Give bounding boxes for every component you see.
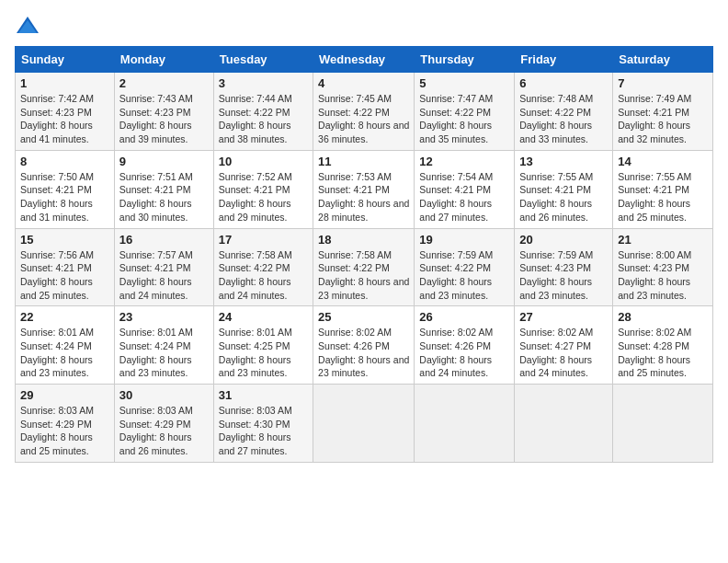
calendar-cell: 31 Sunrise: 8:03 AM Sunset: 4:30 PM Dayl… [213, 385, 313, 463]
calendar-cell: 23 Sunrise: 8:01 AM Sunset: 4:24 PM Dayl… [114, 306, 213, 385]
weekday-header-tuesday: Tuesday [213, 47, 313, 73]
calendar-table: SundayMondayTuesdayWednesdayThursdayFrid… [15, 46, 713, 463]
day-number: 16 [119, 233, 209, 247]
day-info: Sunrise: 7:58 AM Sunset: 4:22 PM Dayligh… [318, 248, 409, 303]
weekday-header-saturday: Saturday [613, 47, 713, 73]
calendar-cell: 28 Sunrise: 8:02 AM Sunset: 4:28 PM Dayl… [613, 306, 713, 385]
calendar-cell: 16 Sunrise: 7:57 AM Sunset: 4:21 PM Dayl… [114, 228, 213, 306]
day-number: 31 [219, 388, 308, 402]
calendar-cell: 14 Sunrise: 7:55 AM Sunset: 4:21 PM Dayl… [613, 150, 713, 228]
day-number: 23 [119, 310, 209, 324]
weekday-header-row: SundayMondayTuesdayWednesdayThursdayFrid… [16, 47, 713, 73]
day-info: Sunrise: 8:02 AM Sunset: 4:26 PM Dayligh… [318, 326, 409, 380]
calendar-cell [415, 385, 515, 463]
day-info: Sunrise: 7:45 AM Sunset: 4:22 PM Dayligh… [318, 92, 409, 146]
day-number: 17 [219, 233, 308, 247]
calendar-cell: 9 Sunrise: 7:51 AM Sunset: 4:21 PM Dayli… [114, 150, 213, 228]
day-number: 19 [419, 233, 509, 247]
day-number: 14 [618, 155, 708, 168]
day-number: 10 [219, 155, 308, 168]
calendar-cell: 24 Sunrise: 8:01 AM Sunset: 4:25 PM Dayl… [213, 306, 313, 385]
day-info: Sunrise: 8:01 AM Sunset: 4:24 PM Dayligh… [119, 326, 209, 380]
calendar-cell: 17 Sunrise: 7:58 AM Sunset: 4:22 PM Dayl… [213, 228, 313, 306]
calendar-cell: 6 Sunrise: 7:48 AM Sunset: 4:22 PM Dayli… [515, 73, 613, 151]
day-info: Sunrise: 8:01 AM Sunset: 4:25 PM Dayligh… [219, 326, 308, 380]
calendar-cell: 21 Sunrise: 8:00 AM Sunset: 4:23 PM Dayl… [613, 228, 713, 306]
week-row-1: 1 Sunrise: 7:42 AM Sunset: 4:23 PM Dayli… [16, 73, 713, 151]
calendar-cell: 1 Sunrise: 7:42 AM Sunset: 4:23 PM Dayli… [16, 73, 115, 151]
day-number: 20 [519, 233, 608, 247]
calendar-cell: 11 Sunrise: 7:53 AM Sunset: 4:21 PM Dayl… [313, 150, 415, 228]
day-info: Sunrise: 7:51 AM Sunset: 4:21 PM Dayligh… [119, 170, 209, 224]
day-info: Sunrise: 7:44 AM Sunset: 4:22 PM Dayligh… [219, 92, 308, 146]
day-number: 9 [119, 155, 209, 168]
logo-icon [15, 15, 40, 37]
calendar-cell: 22 Sunrise: 8:01 AM Sunset: 4:24 PM Dayl… [16, 306, 115, 385]
calendar-cell [515, 385, 613, 463]
logo [15, 15, 44, 37]
day-info: Sunrise: 8:03 AM Sunset: 4:29 PM Dayligh… [20, 404, 109, 458]
calendar-cell [313, 385, 415, 463]
day-number: 21 [618, 233, 708, 247]
day-info: Sunrise: 7:58 AM Sunset: 4:22 PM Dayligh… [219, 248, 308, 303]
day-number: 12 [419, 155, 509, 168]
day-number: 4 [318, 76, 409, 90]
calendar-cell: 25 Sunrise: 8:02 AM Sunset: 4:26 PM Dayl… [313, 306, 415, 385]
calendar-cell: 26 Sunrise: 8:02 AM Sunset: 4:26 PM Dayl… [415, 306, 515, 385]
day-info: Sunrise: 7:47 AM Sunset: 4:22 PM Dayligh… [419, 92, 509, 146]
day-number: 15 [20, 233, 109, 247]
page-header [15, 15, 713, 37]
day-info: Sunrise: 8:03 AM Sunset: 4:29 PM Dayligh… [119, 404, 209, 458]
day-number: 18 [318, 233, 409, 247]
weekday-header-friday: Friday [515, 47, 613, 73]
day-info: Sunrise: 8:02 AM Sunset: 4:26 PM Dayligh… [419, 326, 509, 380]
day-info: Sunrise: 7:50 AM Sunset: 4:21 PM Dayligh… [20, 170, 109, 224]
day-number: 29 [20, 388, 109, 402]
calendar-cell: 27 Sunrise: 8:02 AM Sunset: 4:27 PM Dayl… [515, 306, 613, 385]
day-info: Sunrise: 8:02 AM Sunset: 4:28 PM Dayligh… [618, 326, 708, 380]
day-info: Sunrise: 7:53 AM Sunset: 4:21 PM Dayligh… [318, 170, 409, 224]
day-info: Sunrise: 8:00 AM Sunset: 4:23 PM Dayligh… [618, 248, 708, 303]
weekday-header-wednesday: Wednesday [313, 47, 415, 73]
day-info: Sunrise: 7:59 AM Sunset: 4:22 PM Dayligh… [419, 248, 509, 303]
day-number: 25 [318, 310, 409, 324]
day-number: 6 [519, 76, 608, 90]
day-info: Sunrise: 7:56 AM Sunset: 4:21 PM Dayligh… [20, 248, 109, 303]
day-info: Sunrise: 7:55 AM Sunset: 4:21 PM Dayligh… [519, 170, 608, 224]
day-number: 27 [519, 310, 608, 324]
day-info: Sunrise: 8:01 AM Sunset: 4:24 PM Dayligh… [20, 326, 109, 380]
day-number: 1 [20, 76, 109, 90]
day-number: 22 [20, 310, 109, 324]
calendar-cell: 3 Sunrise: 7:44 AM Sunset: 4:22 PM Dayli… [213, 73, 313, 151]
day-info: Sunrise: 8:02 AM Sunset: 4:27 PM Dayligh… [519, 326, 608, 380]
day-number: 3 [219, 76, 308, 90]
day-number: 26 [419, 310, 509, 324]
calendar-cell: 30 Sunrise: 8:03 AM Sunset: 4:29 PM Dayl… [114, 385, 213, 463]
calendar-cell: 8 Sunrise: 7:50 AM Sunset: 4:21 PM Dayli… [16, 150, 115, 228]
day-number: 24 [219, 310, 308, 324]
day-info: Sunrise: 7:59 AM Sunset: 4:23 PM Dayligh… [519, 248, 608, 303]
calendar-cell: 10 Sunrise: 7:52 AM Sunset: 4:21 PM Dayl… [213, 150, 313, 228]
weekday-header-sunday: Sunday [16, 47, 115, 73]
weekday-header-thursday: Thursday [415, 47, 515, 73]
day-number: 28 [618, 310, 708, 324]
calendar-cell: 2 Sunrise: 7:43 AM Sunset: 4:23 PM Dayli… [114, 73, 213, 151]
week-row-3: 15 Sunrise: 7:56 AM Sunset: 4:21 PM Dayl… [16, 228, 713, 306]
day-number: 2 [119, 76, 209, 90]
week-row-4: 22 Sunrise: 8:01 AM Sunset: 4:24 PM Dayl… [16, 306, 713, 385]
day-number: 30 [119, 388, 209, 402]
day-info: Sunrise: 7:57 AM Sunset: 4:21 PM Dayligh… [119, 248, 209, 303]
day-number: 11 [318, 155, 409, 168]
day-number: 8 [20, 155, 109, 168]
weekday-header-monday: Monday [114, 47, 213, 73]
calendar-cell: 7 Sunrise: 7:49 AM Sunset: 4:21 PM Dayli… [613, 73, 713, 151]
calendar-cell: 13 Sunrise: 7:55 AM Sunset: 4:21 PM Dayl… [515, 150, 613, 228]
day-info: Sunrise: 8:03 AM Sunset: 4:30 PM Dayligh… [219, 404, 308, 458]
calendar-cell: 4 Sunrise: 7:45 AM Sunset: 4:22 PM Dayli… [313, 73, 415, 151]
week-row-2: 8 Sunrise: 7:50 AM Sunset: 4:21 PM Dayli… [16, 150, 713, 228]
day-info: Sunrise: 7:49 AM Sunset: 4:21 PM Dayligh… [618, 92, 708, 146]
calendar-cell: 20 Sunrise: 7:59 AM Sunset: 4:23 PM Dayl… [515, 228, 613, 306]
calendar-cell: 19 Sunrise: 7:59 AM Sunset: 4:22 PM Dayl… [415, 228, 515, 306]
calendar-cell [613, 385, 713, 463]
calendar-cell: 29 Sunrise: 8:03 AM Sunset: 4:29 PM Dayl… [16, 385, 115, 463]
